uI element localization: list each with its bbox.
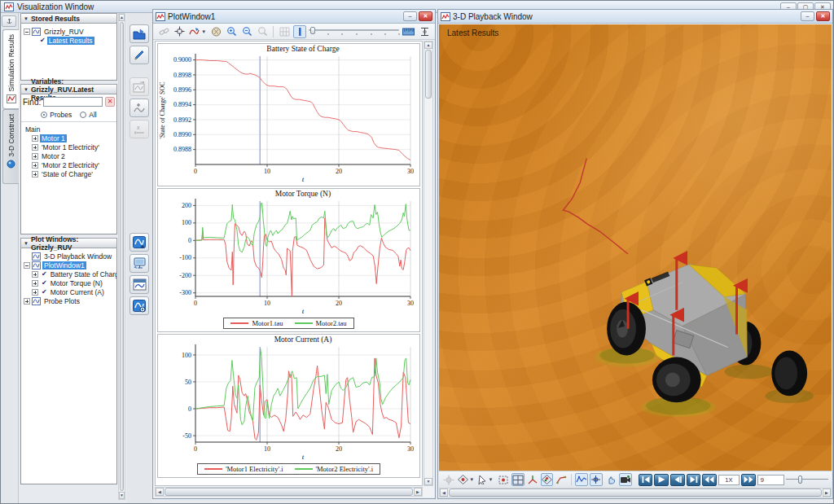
plot-strip-button[interactable] bbox=[129, 275, 149, 294]
probe-curve-button[interactable] bbox=[575, 473, 588, 486]
playback-window-titlebar[interactable]: 3-D Playback Window – ✕ bbox=[438, 10, 832, 24]
chart-panel-current[interactable]: 100500-500102030Motor Current (A)t 'Moto… bbox=[157, 334, 420, 478]
expand-box-icon[interactable] bbox=[32, 162, 38, 169]
tree-row[interactable]: PlotWindow1 bbox=[21, 261, 116, 270]
cursor-line-toggle-button[interactable] bbox=[293, 25, 306, 38]
result-set-label[interactable]: Grizzly_RUV bbox=[42, 28, 86, 36]
probe-plot-button[interactable] bbox=[129, 77, 149, 96]
plot-settings-button[interactable] bbox=[129, 296, 149, 315]
tree-row[interactable]: Probe Plots bbox=[21, 296, 116, 305]
camera-view-button[interactable]: ▼ bbox=[457, 473, 475, 486]
scrollbar-thumb[interactable] bbox=[165, 488, 413, 496]
latest-results-label[interactable]: Latest Results bbox=[47, 37, 94, 45]
select-cursor-button[interactable]: ▼ bbox=[476, 473, 494, 486]
tree-row[interactable]: 3-D Playback Window bbox=[29, 252, 116, 261]
perspective-camera-button[interactable] bbox=[541, 473, 554, 486]
play-button[interactable] bbox=[654, 474, 669, 486]
scrollbar-thumb[interactable] bbox=[425, 50, 432, 99]
scrollbar-thumb[interactable] bbox=[449, 489, 822, 497]
skip-to-end-button[interactable] bbox=[687, 474, 701, 486]
zoom-fit-button[interactable] bbox=[497, 473, 510, 486]
expand-box-icon[interactable] bbox=[24, 298, 30, 305]
zoom-in-button[interactable] bbox=[225, 25, 238, 38]
x-axis-button[interactable]: x bbox=[129, 120, 149, 138]
tab-3d-construct[interactable]: 3-D Construct bbox=[2, 109, 19, 184]
zoom-out-button[interactable] bbox=[240, 25, 253, 38]
tree-row[interactable]: ✔ Latest Results bbox=[36, 36, 116, 45]
skip-to-start-button[interactable] bbox=[639, 474, 653, 486]
plot-windows-header[interactable]: ▼ Plot Windows: Grizzly_RUV bbox=[20, 238, 117, 248]
expand-box-icon[interactable] bbox=[32, 135, 38, 142]
trace-path-button[interactable] bbox=[555, 473, 568, 486]
close-button[interactable]: ✕ bbox=[816, 11, 830, 21]
tree-row[interactable]: 'State of Charge' bbox=[29, 169, 116, 178]
tree-row[interactable]: Motor 1 bbox=[29, 134, 116, 142]
playback-window-item[interactable]: 3-D Playback Window bbox=[42, 252, 113, 261]
find-input[interactable] bbox=[43, 97, 103, 107]
plot-window-titlebar[interactable]: PlotWindow1 – ✕ bbox=[153, 10, 435, 24]
probe-plots-item[interactable]: Probe Plots bbox=[42, 297, 81, 305]
tree-row[interactable]: ✔Motor Torque (N) bbox=[29, 278, 116, 287]
grid-toggle-button[interactable] bbox=[511, 473, 525, 486]
minimize-button[interactable]: – bbox=[801, 11, 814, 21]
scroll-left-icon[interactable]: ◀ bbox=[156, 488, 164, 496]
cursor-position-slider[interactable] bbox=[309, 27, 399, 37]
expand-box-icon[interactable] bbox=[32, 271, 38, 278]
minimize-button[interactable]: – bbox=[403, 11, 417, 21]
new-plot-window-button[interactable] bbox=[129, 233, 149, 252]
expand-box-icon[interactable] bbox=[32, 289, 38, 296]
ruler-button[interactable] bbox=[402, 25, 415, 38]
probe-curve-button[interactable]: ▼ bbox=[188, 25, 207, 38]
tree-row[interactable]: Motor 2 bbox=[29, 151, 116, 160]
pan-hand-button[interactable] bbox=[209, 25, 222, 38]
left-column-scrollbar[interactable]: ▲ ▼ bbox=[118, 13, 125, 500]
clear-find-icon[interactable]: ✕ bbox=[105, 97, 115, 107]
tree-row[interactable]: Grizzly_RUV bbox=[21, 27, 116, 36]
expand-box-icon[interactable] bbox=[32, 171, 38, 177]
expand-box-icon[interactable] bbox=[32, 144, 38, 151]
plot-horizontal-scrollbar[interactable]: ◀ ▶ bbox=[155, 487, 423, 497]
tree-row[interactable]: ✔Battery State of Charge bbox=[29, 270, 116, 278]
follow-hand-button[interactable] bbox=[604, 473, 617, 486]
playback-horizontal-scrollbar[interactable]: ◀ ▶ bbox=[439, 488, 832, 497]
grid-toggle-button[interactable] bbox=[278, 25, 291, 38]
tree-row[interactable]: ✔Motor Current (A) bbox=[29, 287, 116, 296]
frame-input[interactable]: 9 bbox=[757, 475, 785, 485]
timeline-slider[interactable] bbox=[786, 475, 828, 484]
record-camera-button[interactable] bbox=[619, 473, 632, 486]
expand-box-icon[interactable] bbox=[32, 153, 38, 160]
scroll-up-icon[interactable]: ▲ bbox=[119, 14, 125, 21]
step-back-button[interactable] bbox=[670, 474, 685, 486]
variables-header[interactable]: ▼ Variables: Grizzly_RUV.Latest Results bbox=[20, 84, 117, 94]
scroll-right-icon[interactable]: ▶ bbox=[414, 488, 422, 496]
scroll-down-icon[interactable]: ▼ bbox=[424, 478, 432, 485]
show-playback-window-button[interactable] bbox=[129, 254, 149, 273]
plotwindow1-item[interactable]: PlotWindow1 bbox=[42, 261, 86, 270]
edit-results-button[interactable] bbox=[129, 46, 149, 64]
tree-row[interactable]: 'Motor 1 Electricity' bbox=[29, 142, 116, 151]
fit-extents-button[interactable] bbox=[418, 25, 431, 38]
stored-results-header[interactable]: ▼ Stored Results bbox=[20, 13, 117, 24]
dock-anchor-button[interactable] bbox=[2, 15, 16, 27]
link-plots-button[interactable] bbox=[157, 25, 170, 38]
3d-viewport[interactable]: Latest Results bbox=[439, 24, 832, 471]
scroll-up-icon[interactable]: ▲ bbox=[424, 42, 432, 49]
scrollbar-thumb[interactable] bbox=[120, 22, 124, 491]
radio-all[interactable]: All bbox=[80, 111, 96, 119]
faster-button[interactable] bbox=[741, 474, 756, 486]
slider-knob[interactable] bbox=[310, 27, 315, 34]
add-curve-button[interactable] bbox=[129, 99, 149, 117]
scroll-right-icon[interactable]: ▶ bbox=[823, 489, 831, 497]
pan-crosshair-button[interactable] bbox=[173, 25, 186, 38]
open-results-button[interactable] bbox=[129, 24, 149, 43]
chart-panel-torque[interactable]: 2001000-100-200-3000102030Motor Torque (… bbox=[157, 188, 420, 332]
tree-row[interactable]: Main bbox=[21, 125, 116, 134]
track-object-button[interactable] bbox=[590, 473, 603, 486]
close-button[interactable]: ✕ bbox=[419, 11, 432, 21]
plot-vertical-scrollbar[interactable]: ▲ ▼ bbox=[424, 41, 433, 486]
model-gimbal-button[interactable] bbox=[442, 473, 455, 486]
tab-simulation-results[interactable]: Simulation Results bbox=[2, 29, 19, 109]
chart-panel-battery[interactable]: 0.90000.89980.89960.89940.89920.89900.89… bbox=[157, 43, 420, 186]
scroll-down-icon[interactable]: ▼ bbox=[119, 492, 125, 499]
scroll-left-icon[interactable]: ◀ bbox=[440, 489, 448, 497]
